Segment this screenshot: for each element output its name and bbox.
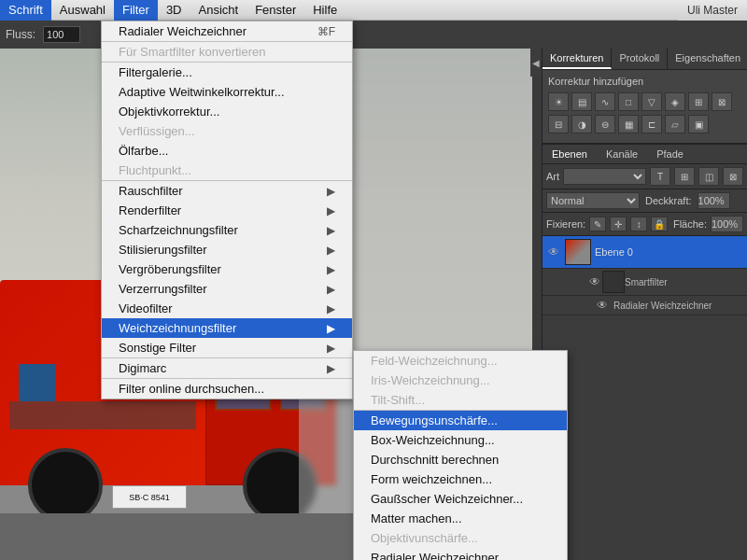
corr-invert-icon[interactable]: ⊖ bbox=[595, 115, 615, 133]
fix-icon2[interactable]: ✛ bbox=[610, 217, 627, 231]
corr-vibrance-icon[interactable]: ▽ bbox=[641, 92, 662, 111]
tab-eigenschaften[interactable]: Eigenschaften bbox=[668, 49, 747, 69]
art-select[interactable] bbox=[563, 168, 646, 185]
layer-eye-radialer[interactable]: 👁 bbox=[595, 298, 610, 313]
submenu-form[interactable]: Form weichzeichnen... bbox=[354, 469, 567, 489]
blend-mode-select[interactable]: Normal bbox=[546, 192, 640, 209]
menu-ansicht[interactable]: Ansicht bbox=[190, 0, 247, 21]
arrow-sonstige: ▶ bbox=[327, 342, 335, 355]
fix-icon3[interactable]: ↕ bbox=[630, 217, 647, 231]
corr-levels-icon[interactable]: ▤ bbox=[571, 92, 592, 111]
ebenen-tool4[interactable]: ⊠ bbox=[723, 167, 743, 186]
menu-online[interactable]: Filter online durchsuchen... bbox=[102, 379, 352, 399]
corr-photofilt-icon[interactable]: ⊠ bbox=[712, 92, 732, 111]
ebenen-toolbar: Art T ⊞ ◫ ⊠ bbox=[543, 164, 747, 189]
korrekturen-section: Korrekturen Protokoll Eigenschaften Korr… bbox=[543, 49, 747, 144]
menu-verfluessigen: Verflüssigen... bbox=[102, 121, 352, 141]
arrow-video: ▶ bbox=[327, 302, 335, 315]
menu-renderfilter[interactable]: Renderfilter ▶ bbox=[102, 201, 352, 220]
menu-stilisierung[interactable]: Stilisierungsfilter ▶ bbox=[102, 240, 352, 259]
menu-fenster[interactable]: Fenster bbox=[247, 0, 304, 21]
submenu-radialer[interactable]: Radialer Weichzeichner... bbox=[354, 548, 567, 560]
corr-bw-icon[interactable]: ◑ bbox=[571, 115, 592, 133]
radialer-row[interactable]: 👁 Radialer Weichzeichner bbox=[543, 296, 747, 315]
menu-vergroeb[interactable]: Vergröberungsfilter ▶ bbox=[102, 259, 352, 279]
menu-filtergalerie[interactable]: Filtergalerie... bbox=[102, 63, 352, 82]
submenu-iris: Iris-Weichzeichnung... bbox=[354, 371, 567, 390]
corr-selectivecolor-icon[interactable]: ▣ bbox=[688, 115, 709, 133]
menu-verzerrung[interactable]: Verzerrungsfilter ▶ bbox=[102, 279, 352, 299]
menu-hilfe[interactable]: Hilfe bbox=[304, 0, 345, 21]
corr-colorbalance-icon[interactable]: ⊞ bbox=[688, 92, 709, 111]
tab-protokoll[interactable]: Protokoll bbox=[612, 49, 668, 69]
layer-item-ebene0[interactable]: 👁 Ebene 0 bbox=[543, 236, 747, 269]
menu-objektiv[interactable]: Objektivkorrektur... bbox=[102, 102, 352, 121]
corr-brightness-icon[interactable]: ☀ bbox=[548, 92, 569, 111]
menu-oel[interactable]: Ölfarbe... bbox=[102, 141, 352, 161]
deckkraft-label: Deckkraft: bbox=[645, 195, 692, 206]
menu-digimarc[interactable]: Digimarc ▶ bbox=[102, 358, 352, 378]
menu-weichzeichnung[interactable]: Weichzeichnungsfilter ▶ bbox=[102, 318, 352, 338]
layer-thumb-ebene0 bbox=[565, 239, 591, 265]
flaeche-input[interactable] bbox=[711, 216, 743, 232]
corr-hue-icon[interactable]: ◈ bbox=[665, 92, 685, 111]
submenu-gauss[interactable]: Gaußscher Weichzeichner... bbox=[354, 489, 567, 509]
ebenen-tool1[interactable]: T bbox=[650, 167, 670, 186]
layer-thumb-smartfilter bbox=[602, 271, 625, 293]
corr-channel-icon[interactable]: ⊟ bbox=[548, 115, 569, 133]
mode-row: Normal Deckkraft: bbox=[543, 189, 747, 213]
tab-ebenen[interactable]: Ebenen bbox=[543, 145, 597, 163]
fix-icon4[interactable]: 🔒 bbox=[651, 217, 668, 231]
layer-eye-smartfilter[interactable]: 👁 bbox=[587, 274, 602, 289]
correction-icons-row1: ☀ ▤ ∿ □ ▽ ◈ ⊞ ⊠ bbox=[548, 92, 741, 111]
corr-threshold-icon[interactable]: ⊏ bbox=[641, 115, 662, 133]
submenu-objektiv: Objektivunschärfe... bbox=[354, 528, 567, 548]
submenu-matter[interactable]: Matter machen... bbox=[354, 509, 567, 528]
panel-collapse-button[interactable]: ◀ bbox=[530, 49, 542, 77]
korrektur-title: Korrektur hinzufügen bbox=[548, 76, 741, 87]
corr-exposure-icon[interactable]: □ bbox=[618, 92, 639, 111]
menu-smartfilter: Für Smartfilter konvertieren bbox=[102, 42, 352, 62]
fix-icon1[interactable]: ✎ bbox=[589, 217, 606, 231]
corr-curves-icon[interactable]: ∿ bbox=[595, 92, 615, 111]
ebenen-tool2[interactable]: ⊞ bbox=[674, 167, 695, 186]
menu-radialer-weichzeichner[interactable]: Radialer Weichzeichner ⌘F bbox=[102, 21, 352, 41]
corr-gradient-icon[interactable]: ▱ bbox=[665, 115, 685, 133]
layer-name-ebene0: Ebene 0 bbox=[595, 246, 743, 258]
menu-bar: Schrift Auswahl Filter 3D Ansicht Fenste… bbox=[0, 0, 747, 21]
opacity-input[interactable] bbox=[698, 192, 730, 209]
menu-schrift[interactable]: Schrift bbox=[0, 0, 51, 21]
menu-rauschfilter[interactable]: Rauschfilter ▶ bbox=[102, 181, 352, 201]
license-plate: SB·C 8541 bbox=[112, 485, 187, 509]
fluss-label: Fluss: bbox=[6, 28, 35, 41]
right-panel: Korrekturen Protokoll Eigenschaften Korr… bbox=[542, 49, 747, 560]
arrow-stil: ▶ bbox=[327, 244, 335, 257]
tab-kanaele[interactable]: Kanäle bbox=[597, 145, 647, 163]
submenu-durchschnitt[interactable]: Durchschnitt berechnen bbox=[354, 450, 567, 469]
ebenen-tool3[interactable]: ◫ bbox=[698, 167, 719, 186]
submenu-bewegung[interactable]: Bewegungsunschärfe... bbox=[354, 411, 567, 430]
flaeche-label: Fläche: bbox=[673, 218, 707, 230]
korrekturen-body: Korrektur hinzufügen ☀ ▤ ∿ □ ▽ ◈ ⊞ ⊠ ⊟ ◑… bbox=[543, 70, 747, 143]
shortcut-radialer: ⌘F bbox=[317, 25, 335, 38]
layer-eye-ebene0[interactable]: 👁 bbox=[546, 245, 561, 259]
menu-3d[interactable]: 3D bbox=[158, 0, 190, 21]
menu-sonstige[interactable]: Sonstige Filter ▶ bbox=[102, 338, 352, 357]
corr-posterize-icon[interactable]: ▦ bbox=[618, 115, 639, 133]
tab-korrekturen[interactable]: Korrekturen bbox=[543, 49, 612, 69]
arrow-verzerrung: ▶ bbox=[327, 283, 335, 296]
art-label: Art bbox=[546, 171, 559, 182]
menu-filter[interactable]: Filter bbox=[114, 0, 158, 21]
filter-menu: Radialer Weichzeichner ⌘F Für Smartfilte… bbox=[101, 21, 353, 399]
radialer-label: Radialer Weichzeichner bbox=[613, 301, 712, 311]
submenu-box[interactable]: Box-Weichzeichnung... bbox=[354, 430, 567, 450]
arrow-digimarc: ▶ bbox=[327, 362, 335, 375]
menu-adaptive[interactable]: Adaptive Weitwinkelkorrektur... bbox=[102, 82, 352, 102]
tab-pfade[interactable]: Pfade bbox=[647, 145, 693, 163]
correction-icons-row2: ⊟ ◑ ⊖ ▦ ⊏ ▱ ▣ bbox=[548, 115, 741, 133]
menu-auswahl[interactable]: Auswahl bbox=[51, 0, 114, 21]
menu-video[interactable]: Videofilter ▶ bbox=[102, 299, 352, 318]
menu-fluchtpunkt: Fluchtpunkt... bbox=[102, 161, 352, 180]
fluss-input[interactable] bbox=[43, 26, 80, 43]
menu-scharfzeichnung[interactable]: Scharfzeichnungsfilter ▶ bbox=[102, 220, 352, 240]
